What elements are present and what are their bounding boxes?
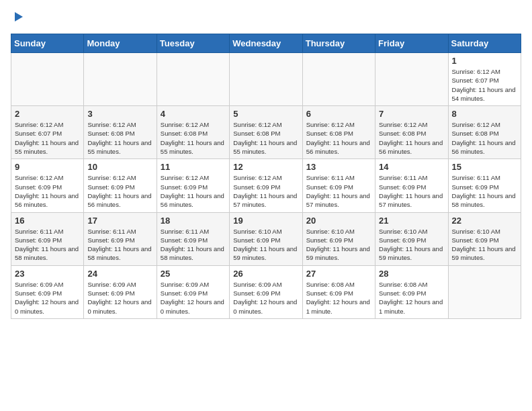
- calendar-cell: 1Sunrise: 6:12 AM Sunset: 6:07 PM Daylig…: [448, 53, 521, 106]
- day-info: Sunrise: 6:11 AM Sunset: 6:09 PM Dayligh…: [306, 173, 371, 209]
- day-info: Sunrise: 6:09 AM Sunset: 6:09 PM Dayligh…: [233, 280, 298, 316]
- calendar-cell: [302, 53, 375, 106]
- calendar-cell: 10Sunrise: 6:12 AM Sunset: 6:09 PM Dayli…: [84, 159, 157, 212]
- day-number: 21: [379, 216, 444, 226]
- calendar-cell: 11Sunrise: 6:12 AM Sunset: 6:09 PM Dayli…: [157, 159, 229, 212]
- calendar-cell: [11, 53, 84, 106]
- calendar-cell: 2Sunrise: 6:12 AM Sunset: 6:07 PM Daylig…: [11, 106, 84, 159]
- day-number: 4: [161, 109, 226, 119]
- calendar-cell: 25Sunrise: 6:09 AM Sunset: 6:09 PM Dayli…: [157, 265, 229, 318]
- day-number: 26: [233, 269, 298, 279]
- day-number: 23: [15, 269, 80, 279]
- day-info: Sunrise: 6:11 AM Sunset: 6:09 PM Dayligh…: [15, 227, 80, 263]
- day-number: 2: [15, 109, 80, 119]
- calendar-cell: 14Sunrise: 6:11 AM Sunset: 6:09 PM Dayli…: [375, 159, 448, 212]
- calendar-week-row: 16Sunrise: 6:11 AM Sunset: 6:09 PM Dayli…: [11, 212, 521, 265]
- logo: [11, 11, 24, 26]
- day-info: Sunrise: 6:09 AM Sunset: 6:09 PM Dayligh…: [15, 280, 80, 316]
- day-number: 20: [306, 216, 371, 226]
- weekday-header-tuesday: Tuesday: [157, 34, 229, 53]
- calendar-week-row: 23Sunrise: 6:09 AM Sunset: 6:09 PM Dayli…: [11, 265, 521, 318]
- day-info: Sunrise: 6:12 AM Sunset: 6:09 PM Dayligh…: [161, 173, 226, 209]
- day-number: 3: [87, 109, 152, 119]
- day-number: 13: [306, 162, 371, 172]
- day-number: 10: [87, 162, 152, 172]
- calendar-cell: [375, 53, 448, 106]
- calendar-cell: 16Sunrise: 6:11 AM Sunset: 6:09 PM Dayli…: [11, 212, 84, 265]
- svg-marker-0: [15, 12, 23, 21]
- day-number: 18: [161, 216, 226, 226]
- calendar-cell: 20Sunrise: 6:10 AM Sunset: 6:09 PM Dayli…: [302, 212, 375, 265]
- day-info: Sunrise: 6:09 AM Sunset: 6:09 PM Dayligh…: [161, 280, 226, 316]
- calendar-cell: 15Sunrise: 6:11 AM Sunset: 6:09 PM Dayli…: [448, 159, 521, 212]
- day-number: 6: [306, 109, 371, 119]
- day-info: Sunrise: 6:12 AM Sunset: 6:09 PM Dayligh…: [233, 173, 298, 209]
- day-number: 9: [15, 162, 80, 172]
- day-info: Sunrise: 6:12 AM Sunset: 6:08 PM Dayligh…: [87, 120, 152, 156]
- calendar-cell: 3Sunrise: 6:12 AM Sunset: 6:08 PM Daylig…: [84, 106, 157, 159]
- day-number: 25: [161, 269, 226, 279]
- day-info: Sunrise: 6:12 AM Sunset: 6:08 PM Dayligh…: [233, 120, 298, 156]
- day-info: Sunrise: 6:10 AM Sunset: 6:09 PM Dayligh…: [452, 227, 517, 263]
- day-number: 28: [379, 269, 444, 279]
- day-info: Sunrise: 6:11 AM Sunset: 6:09 PM Dayligh…: [161, 227, 226, 263]
- calendar-cell: 23Sunrise: 6:09 AM Sunset: 6:09 PM Dayli…: [11, 265, 84, 318]
- day-info: Sunrise: 6:11 AM Sunset: 6:09 PM Dayligh…: [452, 173, 517, 209]
- day-number: 12: [233, 162, 298, 172]
- calendar-cell: [230, 53, 302, 106]
- calendar-week-row: 1Sunrise: 6:12 AM Sunset: 6:07 PM Daylig…: [11, 53, 521, 106]
- calendar-cell: 6Sunrise: 6:12 AM Sunset: 6:08 PM Daylig…: [302, 106, 375, 159]
- day-number: 16: [15, 216, 80, 226]
- weekday-header-sunday: Sunday: [11, 34, 84, 53]
- day-info: Sunrise: 6:12 AM Sunset: 6:09 PM Dayligh…: [15, 173, 80, 209]
- day-number: 27: [306, 269, 371, 279]
- day-number: 19: [233, 216, 298, 226]
- day-number: 11: [161, 162, 226, 172]
- day-info: Sunrise: 6:11 AM Sunset: 6:09 PM Dayligh…: [379, 173, 444, 209]
- day-number: 14: [379, 162, 444, 172]
- calendar-cell: 18Sunrise: 6:11 AM Sunset: 6:09 PM Dayli…: [157, 212, 229, 265]
- day-number: 7: [379, 109, 444, 119]
- calendar-week-row: 2Sunrise: 6:12 AM Sunset: 6:07 PM Daylig…: [11, 106, 521, 159]
- calendar-cell: 26Sunrise: 6:09 AM Sunset: 6:09 PM Dayli…: [230, 265, 302, 318]
- day-info: Sunrise: 6:12 AM Sunset: 6:07 PM Dayligh…: [452, 67, 517, 103]
- calendar-cell: 28Sunrise: 6:08 AM Sunset: 6:09 PM Dayli…: [375, 265, 448, 318]
- day-number: 1: [452, 56, 517, 66]
- day-info: Sunrise: 6:12 AM Sunset: 6:07 PM Dayligh…: [15, 120, 80, 156]
- weekday-header-wednesday: Wednesday: [230, 34, 302, 53]
- calendar-cell: 4Sunrise: 6:12 AM Sunset: 6:08 PM Daylig…: [157, 106, 229, 159]
- day-info: Sunrise: 6:09 AM Sunset: 6:09 PM Dayligh…: [87, 280, 152, 316]
- weekday-header-thursday: Thursday: [302, 34, 375, 53]
- calendar-cell: [157, 53, 229, 106]
- calendar-cell: 22Sunrise: 6:10 AM Sunset: 6:09 PM Dayli…: [448, 212, 521, 265]
- calendar-cell: 9Sunrise: 6:12 AM Sunset: 6:09 PM Daylig…: [11, 159, 84, 212]
- calendar-cell: 8Sunrise: 6:12 AM Sunset: 6:08 PM Daylig…: [448, 106, 521, 159]
- day-number: 22: [452, 216, 517, 226]
- calendar-week-row: 9Sunrise: 6:12 AM Sunset: 6:09 PM Daylig…: [11, 159, 521, 212]
- page-header: [11, 11, 521, 26]
- calendar-cell: 19Sunrise: 6:10 AM Sunset: 6:09 PM Dayli…: [230, 212, 302, 265]
- weekday-header-friday: Friday: [375, 34, 448, 53]
- day-info: Sunrise: 6:12 AM Sunset: 6:08 PM Dayligh…: [306, 120, 371, 156]
- day-number: 15: [452, 162, 517, 172]
- day-info: Sunrise: 6:12 AM Sunset: 6:09 PM Dayligh…: [87, 173, 152, 209]
- weekday-header-monday: Monday: [84, 34, 157, 53]
- day-number: 17: [87, 216, 152, 226]
- day-number: 24: [87, 269, 152, 279]
- weekday-header-row: SundayMondayTuesdayWednesdayThursdayFrid…: [11, 34, 521, 53]
- day-info: Sunrise: 6:12 AM Sunset: 6:08 PM Dayligh…: [452, 120, 517, 156]
- calendar-cell: [448, 265, 521, 318]
- day-number: 8: [452, 109, 517, 119]
- day-info: Sunrise: 6:12 AM Sunset: 6:08 PM Dayligh…: [379, 120, 444, 156]
- day-info: Sunrise: 6:10 AM Sunset: 6:09 PM Dayligh…: [306, 227, 371, 263]
- calendar-cell: 24Sunrise: 6:09 AM Sunset: 6:09 PM Dayli…: [84, 265, 157, 318]
- day-info: Sunrise: 6:10 AM Sunset: 6:09 PM Dayligh…: [379, 227, 444, 263]
- day-info: Sunrise: 6:12 AM Sunset: 6:08 PM Dayligh…: [161, 120, 226, 156]
- day-info: Sunrise: 6:08 AM Sunset: 6:09 PM Dayligh…: [379, 280, 444, 316]
- calendar-cell: 21Sunrise: 6:10 AM Sunset: 6:09 PM Dayli…: [375, 212, 448, 265]
- day-info: Sunrise: 6:11 AM Sunset: 6:09 PM Dayligh…: [87, 227, 152, 263]
- calendar-cell: 17Sunrise: 6:11 AM Sunset: 6:09 PM Dayli…: [84, 212, 157, 265]
- calendar-cell: 13Sunrise: 6:11 AM Sunset: 6:09 PM Dayli…: [302, 159, 375, 212]
- day-info: Sunrise: 6:10 AM Sunset: 6:09 PM Dayligh…: [233, 227, 298, 263]
- logo-arrow-icon: [12, 11, 24, 23]
